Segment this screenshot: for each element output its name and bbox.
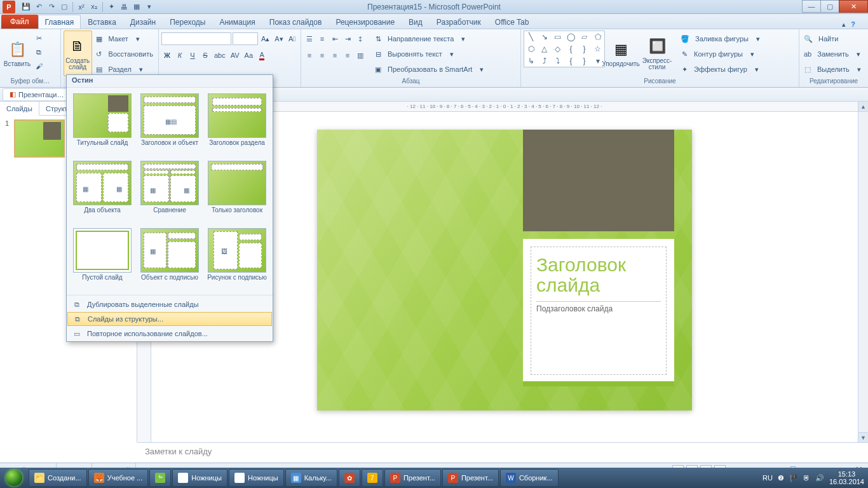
bullets-icon[interactable]: ☰ (304, 32, 315, 45)
tray-volume-icon[interactable]: 🔊 (815, 474, 824, 482)
arrange-button[interactable]: ▦ Упорядочить (606, 30, 635, 76)
tab-insert[interactable]: Вставка (81, 15, 123, 29)
case-icon[interactable]: Aa (243, 49, 255, 62)
align-text-icon[interactable]: ⊟ (372, 48, 384, 60)
align-right-icon[interactable]: ≡ (329, 49, 341, 62)
qat-subscript-icon[interactable]: x₂ (88, 1, 100, 13)
shrink-font-icon[interactable]: A▾ (273, 32, 285, 45)
indent-icon[interactable]: ⇥ (342, 32, 353, 45)
tab-officetab[interactable]: Office Tab (488, 15, 536, 29)
tray-flag-icon[interactable]: 🏴 (789, 474, 798, 482)
minimize-button[interactable]: — (802, 0, 821, 13)
qat-print-icon[interactable]: 🖶 (118, 1, 130, 13)
tab-design[interactable]: Дизайн (123, 15, 163, 29)
layout-title-only[interactable]: Только заголовок (205, 159, 269, 222)
paste-button[interactable]: 📋 Вставить (3, 30, 32, 76)
reset-icon[interactable]: ↺ (93, 48, 105, 60)
start-button[interactable] (0, 468, 28, 488)
notes-pane[interactable]: Заметки к слайду (137, 442, 868, 463)
taskbar-item[interactable]: 📁Создани... (29, 469, 87, 487)
grow-font-icon[interactable]: A▴ (259, 32, 271, 45)
layout-blank[interactable]: Пустой слайд (71, 226, 134, 290)
taskbar-item[interactable]: PПрезент... (384, 469, 441, 487)
slide-image-placeholder[interactable] (523, 130, 674, 231)
slide-thumbnail[interactable] (14, 119, 65, 158)
tab-slideshow[interactable]: Показ слайдов (262, 15, 329, 29)
align-center-icon[interactable]: ≡ (316, 49, 328, 62)
taskbar-item[interactable]: WСборник... (500, 469, 559, 487)
underline-icon[interactable]: Ч (187, 49, 198, 62)
format-painter-icon[interactable]: 🖌 (33, 60, 44, 72)
tray-clock[interactable]: 15:13 16.03.2014 (829, 470, 864, 485)
pane-tab-slides[interactable]: Слайды (0, 102, 39, 116)
layout-picture-caption[interactable]: 🖼Рисунок с подписью (205, 226, 269, 290)
shapes-gallery[interactable]: ╲↘▭◯▱⬠ ⬡△◇{}☆ ↳⤴⤵{}▾ (524, 30, 605, 67)
font-size-select[interactable] (233, 32, 258, 45)
layout-two-content[interactable]: ▦▦Два объекта (71, 159, 134, 222)
tab-developer[interactable]: Разработчик (430, 15, 488, 29)
strike-icon[interactable]: S (200, 49, 211, 62)
replace-icon[interactable]: ab (802, 48, 813, 60)
line-spacing-icon[interactable]: ‡ (355, 32, 366, 45)
numbering-icon[interactable]: ≡ (316, 32, 328, 45)
layout-section-header[interactable]: Заголовок раздела (205, 92, 269, 155)
tab-home[interactable]: Главная (38, 15, 81, 29)
taskbar-item[interactable]: PПрезент... (442, 469, 499, 487)
tray-language[interactable]: RU (763, 474, 773, 482)
reset-button[interactable]: Восстановить (106, 50, 156, 58)
qat-superscript-icon[interactable]: x² (76, 1, 87, 13)
taskbar-item[interactable]: 🦊Учебное ... (88, 469, 149, 487)
shape-effects-icon[interactable]: ✦ (679, 63, 690, 76)
tray-icon[interactable]: ❷ (778, 474, 784, 482)
shape-fill-icon[interactable]: 🪣 (679, 32, 691, 45)
taskbar-item[interactable]: ▦Кальку... (285, 469, 337, 487)
layout-icon[interactable]: ▦ (93, 32, 105, 45)
smartart-icon[interactable]: ▣ (372, 63, 384, 76)
menu-slides-from-outline[interactable]: ⧉Слайды из структуры... (67, 312, 272, 326)
bold-icon[interactable]: Ж (161, 49, 173, 62)
layout-comparison[interactable]: ▦▦Сравнение (138, 159, 201, 222)
file-tab[interactable]: Файл (1, 15, 38, 29)
italic-icon[interactable]: К (174, 49, 186, 62)
layout-title-slide[interactable]: Титульный слайд (71, 92, 134, 155)
copy-icon[interactable]: ⧉ (33, 46, 44, 58)
align-justify-icon[interactable]: ≡ (342, 49, 353, 62)
close-button[interactable]: ✕ (839, 0, 868, 13)
select-button[interactable]: Выделить (815, 65, 852, 73)
taskbar-item[interactable]: 🍃 (149, 469, 171, 487)
font-color-icon[interactable]: A (256, 49, 268, 62)
maximize-button[interactable]: ▢ (820, 0, 839, 13)
taskbar-item[interactable]: ✿ (339, 469, 360, 487)
qat-btn[interactable]: ✦ (105, 1, 117, 13)
text-direction-icon[interactable]: ⇅ (372, 32, 384, 45)
quick-styles-button[interactable]: 🔲 Экспресс-стили (637, 30, 677, 76)
tray-network-icon[interactable]: ⛨ (803, 474, 810, 482)
new-slide-button[interactable]: 🗎 Создать слайд (64, 30, 92, 76)
slide-canvas[interactable]: Заголовок слайда Подзаголовок слайда (317, 130, 692, 410)
redo-icon[interactable]: ↷ (46, 1, 57, 13)
section-button[interactable]: Раздел (106, 65, 134, 73)
help-icon[interactable]: ? (851, 20, 855, 29)
taskbar-item[interactable]: 7 (362, 469, 383, 487)
spacing-icon[interactable]: AV (229, 49, 241, 62)
qat-dropdown-icon[interactable]: ▾ (144, 1, 155, 13)
vertical-scrollbar[interactable]: ▲ ▼ (858, 102, 868, 442)
tab-transitions[interactable]: Переходы (163, 15, 212, 29)
qat-btn[interactable]: ▦ (131, 1, 142, 13)
undo-icon[interactable]: ↶ (33, 1, 44, 13)
shadow-icon[interactable]: abc (212, 49, 227, 62)
layout-title-content[interactable]: ▦▤Заголовок и объект (138, 92, 201, 155)
tab-review[interactable]: Рецензирование (329, 15, 402, 29)
menu-reuse-slides[interactable]: ▭Повторное использование слайдов... (67, 326, 273, 341)
new-icon[interactable]: ▢ (58, 1, 70, 13)
slide-subtitle-placeholder[interactable]: Подзаголовок слайда (536, 301, 661, 313)
tab-animation[interactable]: Анимация (212, 15, 262, 29)
save-icon[interactable]: 💾 (20, 1, 32, 13)
clear-format-icon[interactable]: A⃠ (287, 32, 298, 45)
align-left-icon[interactable]: ≡ (304, 49, 315, 62)
select-icon[interactable]: ⬚ (802, 63, 813, 76)
columns-icon[interactable]: ▥ (355, 49, 366, 62)
find-button[interactable]: Найти (816, 35, 841, 43)
taskbar-item[interactable]: ✂Ножницы (229, 469, 284, 487)
shape-outline-icon[interactable]: ✎ (679, 48, 690, 60)
